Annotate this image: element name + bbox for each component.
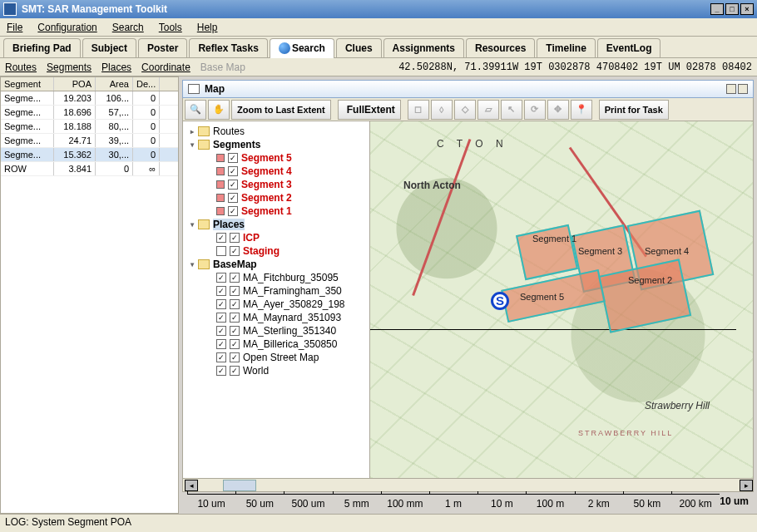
layer-checkbox[interactable]: ✓ [216, 233, 226, 243]
tab-search[interactable]: Search [270, 38, 334, 58]
map-canvas[interactable]: North Acton C T O N Segment 1 Segment 2 … [370, 121, 753, 478]
tree-segment-item[interactable]: Segment 2 [241, 192, 292, 204]
close-button[interactable]: × [740, 3, 754, 15]
menu-tools[interactable]: Tools [159, 22, 182, 33]
pan-tool-icon[interactable]: ✋ [208, 100, 230, 120]
scroll-right-icon[interactable]: ▸ [740, 480, 753, 491]
status-text: LOG: System Segment POA [5, 516, 131, 528]
layer-checkbox[interactable]: ✓ [216, 313, 226, 323]
subnav-routes[interactable]: Routes [5, 62, 37, 73]
col-poa[interactable]: POA [54, 77, 96, 91]
menu-file[interactable]: File [7, 22, 22, 33]
tree-basemap-item[interactable]: Open Street Map [243, 352, 319, 363]
zoom-tool-icon[interactable]: 🔍 [185, 100, 206, 120]
layer-checkbox[interactable]: ✓ [228, 166, 238, 176]
minimize-button[interactable]: _ [710, 3, 724, 15]
scroll-thumb[interactable] [223, 480, 256, 491]
print-for-task-button[interactable]: Print for Task [599, 100, 669, 120]
menu-search[interactable]: Search [112, 22, 144, 33]
full-extent-button[interactable]: FullExtent [338, 100, 401, 120]
layer-checkbox[interactable]: ✓ [230, 339, 240, 349]
table-row[interactable]: Segme...15.362 30,...0 [1, 148, 178, 162]
table-row[interactable]: Segme...18.188 80,...0 [1, 120, 178, 134]
tree-place-item[interactable]: Staging [243, 245, 280, 257]
layer-checkbox[interactable]: ✓ [216, 352, 226, 362]
layer-checkbox[interactable]: ✓ [216, 273, 226, 283]
map-collapse-icon[interactable] [726, 84, 736, 94]
layer-checkbox[interactable]: ✓ [230, 246, 240, 256]
layer-checkbox[interactable]: ✓ [230, 326, 240, 336]
layer-checkbox[interactable]: ✓ [230, 233, 240, 243]
expand-icon[interactable]: ▸ [186, 126, 198, 137]
menu-configuration[interactable]: Configuration [37, 22, 96, 33]
tree-segment-item[interactable]: Segment 4 [241, 165, 292, 177]
subnav-segments[interactable]: Segments [47, 62, 92, 73]
map-label-hill: Strawberry Hill [645, 400, 710, 411]
tree-basemap-item[interactable]: World [243, 365, 269, 377]
collapse-icon[interactable]: ▾ [186, 219, 198, 230]
layer-checkbox[interactable]: ✓ [216, 286, 226, 296]
zoom-last-extent-button[interactable]: Zoom to Last Extent [231, 100, 331, 120]
tab-reflex-tasks[interactable]: Reflex Tasks [189, 38, 268, 57]
tree-basemap-item[interactable]: MA_Sterling_351340 [243, 325, 336, 337]
tree-basemap[interactable]: BaseMap [213, 259, 257, 270]
layer-checkbox[interactable]: ✓ [230, 286, 240, 296]
tab-subject[interactable]: Subject [82, 38, 136, 57]
segment-swatch-icon [216, 154, 225, 162]
layer-checkbox[interactable]: ✓ [228, 153, 238, 163]
title-bar: SMT: SAR Management Toolkit _ □ × [0, 0, 757, 18]
layer-checkbox[interactable]: ✓ [230, 273, 240, 283]
col-de[interactable]: De... [133, 77, 160, 91]
subnav-places[interactable]: Places [101, 62, 131, 73]
tab-clues[interactable]: Clues [336, 38, 382, 57]
tab-eventlog[interactable]: EventLog [597, 38, 661, 57]
tree-segments[interactable]: Segments [213, 139, 260, 150]
scale-tick: 500 um [284, 494, 332, 510]
tab-poster[interactable]: Poster [138, 38, 187, 57]
map-max-icon[interactable] [738, 84, 748, 94]
tree-segment-item[interactable]: Segment 5 [241, 152, 292, 164]
scale-tick: 1 m [429, 494, 477, 510]
layer-checkbox[interactable]: ✓ [216, 366, 226, 376]
tab-timeline[interactable]: Timeline [537, 38, 595, 57]
layer-checkbox[interactable] [216, 246, 226, 256]
table-row[interactable]: Segme...19.203 106...0 [1, 91, 178, 106]
tab-briefing-pad[interactable]: Briefing Pad [3, 38, 81, 57]
tab-resources[interactable]: Resources [466, 38, 535, 57]
tree-basemap-item[interactable]: MA_Billerica_350850 [243, 338, 337, 350]
tree-place-item[interactable]: ICP [243, 232, 260, 244]
tree-basemap-item[interactable]: MA_Maynard_351093 [243, 312, 341, 323]
tree-basemap-item[interactable]: MA_Framingham_350 [243, 285, 342, 297]
layer-checkbox[interactable]: ✓ [216, 299, 226, 309]
tree-routes[interactable]: Routes [213, 126, 245, 137]
layer-checkbox[interactable]: ✓ [230, 352, 240, 362]
scroll-left-icon[interactable]: ◂ [185, 480, 198, 491]
table-row[interactable]: Segme...18.696 57,...0 [1, 106, 178, 120]
layer-checkbox[interactable]: ✓ [230, 299, 240, 309]
layer-checkbox[interactable]: ✓ [216, 339, 226, 349]
tree-basemap-item[interactable]: MA_Fitchburg_35095 [243, 272, 339, 283]
layer-checkbox[interactable]: ✓ [228, 193, 238, 203]
layer-checkbox[interactable]: ✓ [228, 206, 238, 216]
tree-segment-item[interactable]: Segment 1 [241, 205, 292, 217]
layer-checkbox[interactable]: ✓ [230, 313, 240, 323]
tree-places[interactable]: Places [213, 219, 245, 230]
collapse-icon[interactable]: ▾ [186, 259, 198, 270]
tree-segment-item[interactable]: Segment 3 [241, 179, 292, 190]
subnav-coordinate[interactable]: Coordinate [141, 62, 190, 73]
folder-icon [198, 259, 210, 269]
subject-marker-icon[interactable]: S [491, 292, 509, 310]
col-area[interactable]: Area [96, 77, 133, 91]
horizontal-scrollbar[interactable]: ◂ ▸ [182, 479, 754, 492]
layer-checkbox[interactable]: ✓ [228, 180, 238, 190]
tab-assignments[interactable]: Assignments [383, 38, 464, 57]
tree-basemap-item[interactable]: MA_Ayer_350829_198 [243, 298, 345, 310]
collapse-icon[interactable]: ▾ [186, 139, 198, 150]
col-segment[interactable]: Segment [1, 77, 54, 91]
layer-checkbox[interactable]: ✓ [230, 366, 240, 376]
menu-help[interactable]: Help [197, 22, 218, 33]
layer-checkbox[interactable]: ✓ [216, 326, 226, 336]
table-row[interactable]: ROW3.841 0∞ [1, 162, 178, 176]
table-row[interactable]: Segme...24.71 39,...0 [1, 134, 178, 148]
maximize-button[interactable]: □ [725, 3, 739, 15]
